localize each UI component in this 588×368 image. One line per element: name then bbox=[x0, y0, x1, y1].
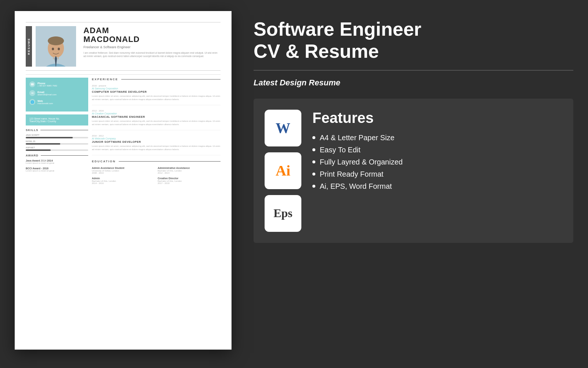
award-title: AWARD bbox=[26, 154, 88, 157]
feature-item-4: Print Ready Format bbox=[312, 170, 562, 178]
feature-bullet-4 bbox=[312, 173, 315, 176]
skills-section: SKILLS JAVA SCRIPT NODE.JS ASP.NET bbox=[26, 128, 88, 151]
resume-name: ADAM MACDONALD bbox=[83, 26, 220, 44]
phone-icon: ☎ bbox=[29, 81, 35, 87]
contact-web: 🌐 Web macdonald.com bbox=[29, 99, 85, 105]
product-divider bbox=[254, 70, 573, 71]
education-title: EDUCATION bbox=[92, 160, 220, 163]
skills-title: SKILLS bbox=[26, 128, 88, 132]
format-icon-ai: Ai bbox=[265, 152, 301, 189]
svg-point-8 bbox=[58, 48, 60, 50]
skill-nodejs: NODE.JS bbox=[26, 140, 88, 145]
svg-point-4 bbox=[48, 36, 64, 45]
skill-aspnet: ASP.NET bbox=[26, 146, 88, 151]
person-svg bbox=[36, 26, 76, 67]
resume-body: ☎ Phone + 88 027 8985 7582 ✉ Email adam3… bbox=[26, 78, 220, 335]
experience-title: EXPERIENCE bbox=[92, 78, 220, 81]
feature-bullet-1 bbox=[312, 136, 315, 139]
email-icon: ✉ bbox=[29, 90, 35, 96]
resume-photo bbox=[36, 26, 76, 67]
feature-item-2: Easy To Edit bbox=[312, 146, 562, 154]
resume-bio: I am creative frellencer. Sed diam nonum… bbox=[83, 51, 220, 58]
web-icon: 🌐 bbox=[29, 99, 35, 105]
resume-right-col: EXPERIENCE 2016 - present At Samsung Cor… bbox=[92, 78, 220, 335]
education-grid: Admin Assistance Student University of O… bbox=[92, 167, 220, 184]
feature-list: A4 & Letter Paper Size Easy To Edit Full… bbox=[312, 134, 562, 191]
product-subtitle: Latest Design Resume bbox=[254, 78, 573, 88]
features-content: Features A4 & Letter Paper Size Easy To … bbox=[312, 110, 562, 194]
edu-item-4: Creative Director Bachalor of Arts, Lond… bbox=[158, 177, 220, 184]
exp-item-3: 2010 - 2012 At Webcode Company JUNIOR SO… bbox=[92, 135, 220, 155]
skill-java: JAVA SCRIPT bbox=[26, 134, 88, 138]
contact-email: ✉ Email adam39@mail.com bbox=[29, 90, 85, 96]
product-title: Software Engineer CV & Resume bbox=[254, 18, 573, 63]
resume-header: RESUME bbox=[26, 22, 220, 71]
feature-bullet-3 bbox=[312, 160, 315, 163]
resume-name-section: ADAM MACDONALD Freelancer & Software Eng… bbox=[83, 26, 220, 58]
svg-point-7 bbox=[52, 48, 54, 50]
feature-item-3: Fully Layred & Organized bbox=[312, 158, 562, 166]
resume-preview: RESUME bbox=[15, 11, 232, 350]
exp-item-1: 2016 - present At Samsung Corporation CO… bbox=[92, 85, 220, 105]
format-icon-word: W bbox=[265, 110, 301, 146]
main-container: RESUME bbox=[15, 11, 573, 357]
award-section: AWARD Java Award 2014 2014 Lorem ipsum a… bbox=[26, 154, 88, 172]
features-section: W Ai Eps Features A4 & Letter Paper Size bbox=[254, 99, 573, 243]
address-block: 123 Street name, House No. Town/City,Sta… bbox=[26, 114, 88, 125]
format-icon-eps: Eps bbox=[265, 195, 301, 232]
contact-phone: ☎ Phone + 88 027 8985 7582 bbox=[29, 81, 85, 87]
award-java: Java Award 2014 2014 Lorem ipsum a meet … bbox=[26, 159, 88, 164]
award-bcci: BCCI Award - 2016 Lorem ipsum a meet sit… bbox=[26, 167, 88, 172]
format-icons: W Ai Eps bbox=[265, 110, 301, 232]
edu-item-2: Administrative Assistance Bachalor of Ar… bbox=[158, 167, 220, 174]
experience-section: EXPERIENCE 2016 - present At Samsung Cor… bbox=[92, 78, 220, 155]
contact-block: ☎ Phone + 88 027 8985 7582 ✉ Email adam3… bbox=[26, 78, 88, 112]
feature-item-1: A4 & Letter Paper Size bbox=[312, 134, 562, 142]
resume-divider bbox=[26, 74, 220, 75]
resume-left-col: ☎ Phone + 88 027 8985 7582 ✉ Email adam3… bbox=[26, 78, 88, 335]
resume-job-title: Freelancer & Software Engineer bbox=[83, 45, 220, 49]
features-title: Features bbox=[312, 110, 562, 126]
education-section: EDUCATION Admin Assistance Student Unive… bbox=[92, 160, 220, 184]
feature-bullet-5 bbox=[312, 185, 315, 188]
feature-item-5: Ai, EPS, Word Format bbox=[312, 182, 562, 191]
feature-bullet-2 bbox=[312, 148, 315, 151]
exp-item-2: 2012 - 2016 At Creative Corporation MACA… bbox=[92, 110, 220, 130]
right-panel: Software Engineer CV & Resume Latest Des… bbox=[254, 11, 573, 243]
edu-item-1: Admin Assistance Student University of O… bbox=[92, 167, 155, 174]
edu-item-3: Admin Bachalor of Arts, London 2014 - 20… bbox=[92, 177, 155, 184]
resume-sidebar-label: RESUME bbox=[26, 26, 32, 67]
